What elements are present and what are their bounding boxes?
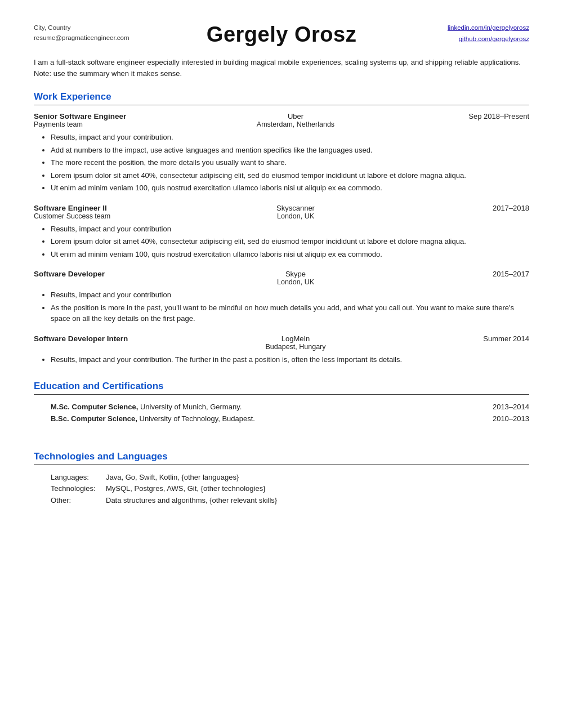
edu-rest-1: University of Munich, Germany.: [138, 403, 242, 411]
job-location-skype: London, UK: [163, 278, 428, 286]
tech-value-1: Java, Go, Swift, Kotlin, {other language…: [106, 472, 529, 484]
job-header-uber: Senior Software Engineer Payments team U…: [34, 112, 529, 128]
header-right: linkedin.com/in/gergelyorosz github.com/…: [417, 23, 529, 44]
job-left-skyscanner: Software Engineer II Customer Success te…: [34, 204, 163, 220]
edu-item-2: B.Sc. Computer Science, University of Te…: [51, 413, 484, 425]
job-company-uber: Uber: [163, 112, 428, 120]
job-center-uber: Uber Amsterdam, Netherlands: [163, 112, 428, 128]
email: resume@pragmaticengineer.com: [34, 33, 146, 43]
job-left-logmein: Software Developer Intern: [34, 334, 163, 343]
job-entry-uber: Senior Software Engineer Payments team U…: [34, 112, 529, 194]
job-left-skype: Software Developer: [34, 270, 163, 278]
job-entry-skyscanner: Software Engineer II Customer Success te…: [34, 204, 529, 260]
job-bullets-skyscanner: Results, impact and your contribution Lo…: [34, 224, 529, 260]
summary-text: I am a full-stack software engineer espe…: [34, 57, 529, 79]
education-section: Education and Certifications M.Sc. Compu…: [34, 381, 529, 435]
job-entry-logmein: Software Developer Intern LogMeIn Budape…: [34, 334, 529, 365]
tech-value-3: Data structures and algorithms, {other r…: [106, 495, 529, 507]
list-item: Lorem ipsum dolor sit amet 40%, consecte…: [51, 236, 529, 247]
job-bullets-skype: Results, impact and your contribution As…: [34, 289, 529, 324]
job-title-skype: Software Developer: [34, 270, 163, 278]
list-item: Results, impact and your contribution: [51, 224, 529, 235]
list-item: B.Sc. Computer Science, University of Te…: [51, 413, 529, 425]
technologies-title: Technologies and Languages: [34, 451, 529, 462]
edu-bold-1: M.Sc. Computer Science,: [51, 403, 138, 411]
job-title-skyscanner: Software Engineer II: [34, 204, 163, 212]
list-item: M.Sc. Computer Science, University of Mu…: [51, 401, 529, 413]
header-left: City, Country resume@pragmaticengineer.c…: [34, 23, 146, 43]
job-center-logmein: LogMeIn Budapest, Hungary: [163, 334, 428, 351]
edu-rest-2: University of Technology, Budapest.: [137, 414, 255, 423]
job-team-uber: Payments team: [34, 120, 163, 128]
job-location-logmein: Budapest, Hungary: [163, 343, 428, 351]
tech-label-1: Languages:: [51, 472, 101, 484]
job-company-logmein: LogMeIn: [163, 334, 428, 343]
job-bullets-logmein: Results, impact and your contribution. T…: [34, 354, 529, 365]
work-experience-section: Work Experience Senior Software Engineer…: [34, 91, 529, 365]
job-company-skyscanner: Skyscanner: [163, 204, 428, 212]
list-item: Other: Data structures and algorithms, {…: [51, 495, 529, 507]
job-company-skype: Skype: [163, 270, 428, 278]
job-center-skyscanner: Skyscanner London, UK: [163, 204, 428, 220]
list-item: Add at numbers to the impact, use active…: [51, 145, 529, 156]
edu-divider: [34, 394, 529, 395]
edu-bold-2: B.Sc. Computer Science,: [51, 414, 137, 423]
work-divider: [34, 105, 529, 105]
job-title-uber: Senior Software Engineer: [34, 112, 163, 120]
job-bullets-uber: Results, impact and your contribution. A…: [34, 132, 529, 194]
work-experience-title: Work Experience: [34, 91, 529, 102]
list-item: The more recent the position, the more d…: [51, 157, 529, 168]
resume-header: City, Country resume@pragmaticengineer.c…: [34, 23, 529, 47]
header-center: Gergely Orosz: [146, 23, 417, 47]
edu-item-1: M.Sc. Computer Science, University of Mu…: [51, 401, 484, 413]
list-item: Results, impact and your contribution: [51, 289, 529, 301]
job-location-skyscanner: London, UK: [163, 212, 428, 220]
education-list: M.Sc. Computer Science, University of Mu…: [34, 401, 529, 435]
edu-year-2: 2010–2013: [484, 413, 529, 425]
linkedin-link[interactable]: linkedin.com/in/gergelyorosz: [417, 23, 529, 34]
job-team-skyscanner: Customer Success team: [34, 212, 163, 220]
list-item: Results, impact and your contribution.: [51, 132, 529, 143]
job-header-skyscanner: Software Engineer II Customer Success te…: [34, 204, 529, 220]
list-item: Technologies: MySQL, Postgres, AWS, Git,…: [51, 483, 529, 495]
list-item: Results, impact and your contribution. T…: [51, 354, 529, 365]
candidate-name: Gergely Orosz: [146, 23, 417, 47]
job-title-logmein: Software Developer Intern: [34, 334, 163, 343]
job-period-skype: 2015–2017: [428, 270, 529, 278]
education-title: Education and Certifications: [34, 381, 529, 392]
tech-divider: [34, 465, 529, 465]
list-item: Lorem ipsum dolor sit amet 40%, consecte…: [51, 170, 529, 181]
github-link[interactable]: github.com/gergelyorosz: [417, 34, 529, 45]
job-period-skyscanner: 2017–2018: [428, 204, 529, 212]
tech-label-3: Other:: [51, 495, 101, 507]
job-period-uber: Sep 2018–Present: [428, 112, 529, 120]
list-item: Languages: Java, Go, Swift, Kotlin, {oth…: [51, 472, 529, 484]
job-header-logmein: Software Developer Intern LogMeIn Budape…: [34, 334, 529, 351]
edu-year-1: 2013–2014: [484, 401, 529, 413]
list-item: [51, 425, 529, 435]
technologies-section: Technologies and Languages Languages: Ja…: [34, 451, 529, 507]
location: City, Country: [34, 23, 146, 33]
job-center-skype: Skype London, UK: [163, 270, 428, 286]
list-item: As the position is more in the past, you…: [51, 302, 529, 324]
tech-value-2: MySQL, Postgres, AWS, Git, {other techno…: [106, 483, 529, 495]
list-item: Ut enim ad minim veniam 100, quis nostru…: [51, 249, 529, 260]
list-item: Ut enim ad minim veniam 100, quis nostru…: [51, 182, 529, 194]
job-header-skype: Software Developer Skype London, UK 2015…: [34, 270, 529, 286]
tech-label-2: Technologies:: [51, 483, 101, 495]
job-left-uber: Senior Software Engineer Payments team: [34, 112, 163, 128]
job-period-logmein: Summer 2014: [428, 334, 529, 343]
technologies-list: Languages: Java, Go, Swift, Kotlin, {oth…: [34, 472, 529, 507]
job-entry-skype: Software Developer Skype London, UK 2015…: [34, 270, 529, 324]
job-location-uber: Amsterdam, Netherlands: [163, 120, 428, 128]
